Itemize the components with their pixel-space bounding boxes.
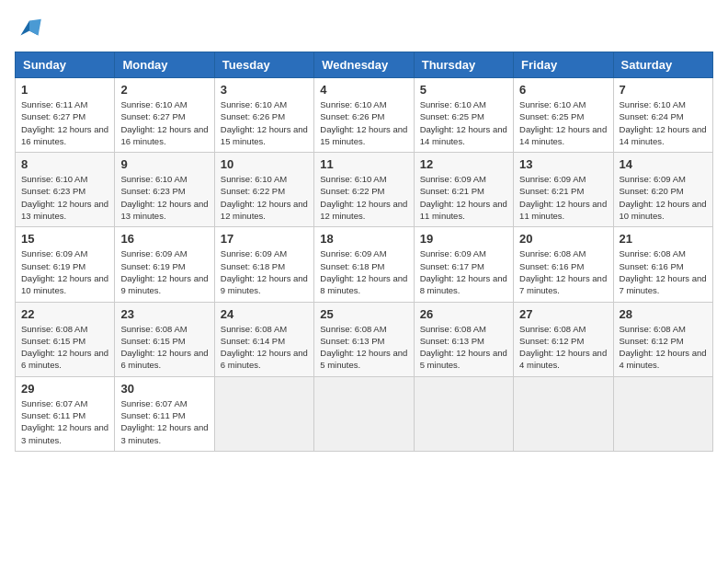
calendar-cell <box>214 376 313 451</box>
calendar-cell: 28Sunrise: 6:08 AMSunset: 6:12 PMDayligh… <box>613 302 712 376</box>
day-number: 18 <box>320 232 407 246</box>
day-info: Sunrise: 6:10 AMSunset: 6:23 PMDaylight:… <box>21 173 108 222</box>
day-info: Sunrise: 6:08 AMSunset: 6:15 PMDaylight:… <box>21 323 108 372</box>
day-number: 26 <box>420 307 507 321</box>
day-number: 11 <box>320 157 407 171</box>
day-info: Sunrise: 6:09 AMSunset: 6:19 PMDaylight:… <box>120 247 208 296</box>
calendar-day-header: Friday <box>514 52 613 78</box>
calendar-cell: 4Sunrise: 6:10 AMSunset: 6:26 PMDaylight… <box>314 78 414 153</box>
day-info: Sunrise: 6:10 AMSunset: 6:22 PMDaylight:… <box>221 173 308 222</box>
calendar-cell: 14Sunrise: 6:09 AMSunset: 6:20 PMDayligh… <box>613 153 712 227</box>
day-number: 20 <box>519 232 607 246</box>
calendar-week-row: 22Sunrise: 6:08 AMSunset: 6:15 PMDayligh… <box>16 302 713 376</box>
day-info: Sunrise: 6:09 AMSunset: 6:19 PMDaylight:… <box>21 247 108 296</box>
calendar-cell: 5Sunrise: 6:10 AMSunset: 6:25 PMDaylight… <box>414 78 513 153</box>
day-number: 7 <box>620 83 707 97</box>
day-info: Sunrise: 6:09 AMSunset: 6:21 PMDaylight:… <box>420 173 507 222</box>
calendar-cell: 24Sunrise: 6:08 AMSunset: 6:14 PMDayligh… <box>214 302 313 376</box>
calendar-cell: 11Sunrise: 6:10 AMSunset: 6:22 PMDayligh… <box>314 153 414 227</box>
calendar-cell: 30Sunrise: 6:07 AMSunset: 6:11 PMDayligh… <box>115 376 214 451</box>
calendar-cell: 18Sunrise: 6:09 AMSunset: 6:18 PMDayligh… <box>314 227 414 302</box>
day-info: Sunrise: 6:11 AMSunset: 6:27 PMDaylight:… <box>21 98 108 147</box>
calendar-day-header: Monday <box>115 52 214 78</box>
calendar-cell: 13Sunrise: 6:09 AMSunset: 6:21 PMDayligh… <box>514 153 613 227</box>
day-info: Sunrise: 6:09 AMSunset: 6:21 PMDaylight:… <box>519 173 607 222</box>
svg-marker-1 <box>29 19 41 36</box>
day-info: Sunrise: 6:07 AMSunset: 6:11 PMDaylight:… <box>120 397 208 446</box>
day-number: 13 <box>519 157 607 171</box>
calendar-cell: 23Sunrise: 6:08 AMSunset: 6:15 PMDayligh… <box>115 302 214 376</box>
calendar-cell: 6Sunrise: 6:10 AMSunset: 6:25 PMDaylight… <box>514 78 613 153</box>
day-info: Sunrise: 6:08 AMSunset: 6:16 PMDaylight:… <box>519 247 607 296</box>
day-info: Sunrise: 6:09 AMSunset: 6:20 PMDaylight:… <box>620 173 707 222</box>
calendar-cell: 2Sunrise: 6:10 AMSunset: 6:27 PMDaylight… <box>115 78 214 153</box>
calendar-cell: 12Sunrise: 6:09 AMSunset: 6:21 PMDayligh… <box>414 153 513 227</box>
calendar-week-row: 29Sunrise: 6:07 AMSunset: 6:11 PMDayligh… <box>16 376 713 451</box>
day-number: 30 <box>120 382 208 396</box>
day-number: 6 <box>519 83 607 97</box>
logo <box>15 15 48 40</box>
day-number: 5 <box>420 83 507 97</box>
calendar-week-row: 8Sunrise: 6:10 AMSunset: 6:23 PMDaylight… <box>16 153 713 227</box>
day-number: 14 <box>620 157 707 171</box>
day-number: 12 <box>420 157 507 171</box>
day-number: 4 <box>320 83 407 97</box>
calendar-cell <box>414 376 513 451</box>
day-info: Sunrise: 6:08 AMSunset: 6:12 PMDaylight:… <box>519 323 607 372</box>
calendar-cell: 20Sunrise: 6:08 AMSunset: 6:16 PMDayligh… <box>514 227 613 302</box>
day-number: 16 <box>120 232 208 246</box>
day-number: 27 <box>519 307 607 321</box>
calendar-day-header: Wednesday <box>314 52 414 78</box>
calendar-cell <box>514 376 613 451</box>
day-number: 10 <box>221 157 308 171</box>
day-info: Sunrise: 6:10 AMSunset: 6:25 PMDaylight:… <box>519 98 607 147</box>
calendar-cell: 7Sunrise: 6:10 AMSunset: 6:24 PMDaylight… <box>613 78 712 153</box>
calendar-cell: 16Sunrise: 6:09 AMSunset: 6:19 PMDayligh… <box>115 227 214 302</box>
day-number: 25 <box>320 307 407 321</box>
calendar-cell: 15Sunrise: 6:09 AMSunset: 6:19 PMDayligh… <box>16 227 115 302</box>
calendar-cell: 29Sunrise: 6:07 AMSunset: 6:11 PMDayligh… <box>16 376 115 451</box>
day-number: 29 <box>21 382 108 396</box>
day-number: 1 <box>21 83 108 97</box>
calendar-cell: 19Sunrise: 6:09 AMSunset: 6:17 PMDayligh… <box>414 227 513 302</box>
day-info: Sunrise: 6:10 AMSunset: 6:23 PMDaylight:… <box>120 173 208 222</box>
calendar-cell: 27Sunrise: 6:08 AMSunset: 6:12 PMDayligh… <box>514 302 613 376</box>
calendar-cell: 22Sunrise: 6:08 AMSunset: 6:15 PMDayligh… <box>16 302 115 376</box>
page-header <box>15 15 713 40</box>
calendar-cell: 3Sunrise: 6:10 AMSunset: 6:26 PMDaylight… <box>214 78 313 153</box>
day-number: 23 <box>120 307 208 321</box>
calendar-body: 1Sunrise: 6:11 AMSunset: 6:27 PMDaylight… <box>16 78 713 452</box>
day-number: 17 <box>221 232 308 246</box>
day-number: 21 <box>620 232 707 246</box>
day-info: Sunrise: 6:10 AMSunset: 6:22 PMDaylight:… <box>320 173 407 222</box>
day-info: Sunrise: 6:08 AMSunset: 6:12 PMDaylight:… <box>620 323 707 372</box>
calendar-cell: 1Sunrise: 6:11 AMSunset: 6:27 PMDaylight… <box>16 78 115 153</box>
day-info: Sunrise: 6:07 AMSunset: 6:11 PMDaylight:… <box>21 397 108 446</box>
day-info: Sunrise: 6:10 AMSunset: 6:25 PMDaylight:… <box>420 98 507 147</box>
day-number: 22 <box>21 307 108 321</box>
calendar-day-header: Saturday <box>613 52 712 78</box>
calendar-cell <box>613 376 712 451</box>
day-info: Sunrise: 6:08 AMSunset: 6:14 PMDaylight:… <box>221 323 308 372</box>
calendar-week-row: 1Sunrise: 6:11 AMSunset: 6:27 PMDaylight… <box>16 78 713 153</box>
day-info: Sunrise: 6:10 AMSunset: 6:26 PMDaylight:… <box>221 98 308 147</box>
day-info: Sunrise: 6:08 AMSunset: 6:13 PMDaylight:… <box>320 323 407 372</box>
day-info: Sunrise: 6:08 AMSunset: 6:13 PMDaylight:… <box>420 323 507 372</box>
day-number: 19 <box>420 232 507 246</box>
calendar-cell: 26Sunrise: 6:08 AMSunset: 6:13 PMDayligh… <box>414 302 513 376</box>
calendar-cell: 17Sunrise: 6:09 AMSunset: 6:18 PMDayligh… <box>214 227 313 302</box>
day-number: 28 <box>620 307 707 321</box>
calendar-cell <box>314 376 414 451</box>
calendar-day-header: Tuesday <box>214 52 313 78</box>
day-number: 24 <box>221 307 308 321</box>
calendar-cell: 8Sunrise: 6:10 AMSunset: 6:23 PMDaylight… <box>16 153 115 227</box>
day-info: Sunrise: 6:10 AMSunset: 6:24 PMDaylight:… <box>620 98 707 147</box>
day-info: Sunrise: 6:09 AMSunset: 6:18 PMDaylight:… <box>320 247 407 296</box>
calendar-table: SundayMondayTuesdayWednesdayThursdayFrid… <box>15 52 713 452</box>
calendar-header-row: SundayMondayTuesdayWednesdayThursdayFrid… <box>16 52 713 78</box>
day-info: Sunrise: 6:09 AMSunset: 6:17 PMDaylight:… <box>420 247 507 296</box>
day-info: Sunrise: 6:10 AMSunset: 6:27 PMDaylight:… <box>120 98 208 147</box>
day-number: 8 <box>21 157 108 171</box>
calendar-week-row: 15Sunrise: 6:09 AMSunset: 6:19 PMDayligh… <box>16 227 713 302</box>
day-info: Sunrise: 6:10 AMSunset: 6:26 PMDaylight:… <box>320 98 407 147</box>
